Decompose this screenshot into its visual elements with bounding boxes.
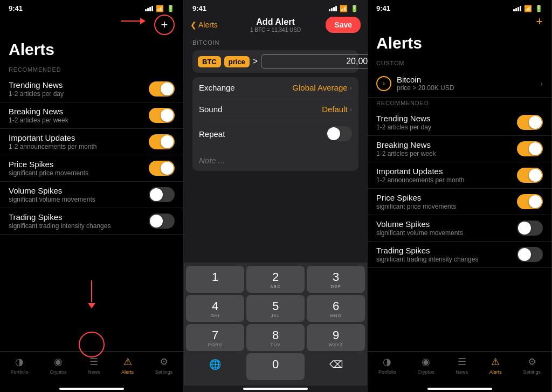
bitcoin-custom-desc: price > 20.00K USD: [397, 84, 454, 92]
key-6[interactable]: 6 MNO: [307, 295, 365, 322]
right-toggle-price-spikes[interactable]: [517, 194, 543, 209]
add-alert-button[interactable]: +: [154, 15, 175, 35]
wifi-icon: 📶: [156, 5, 164, 12]
key-4[interactable]: 4 GHI: [186, 295, 244, 322]
left-nav: +: [0, 15, 183, 37]
sound-chevron-icon: ›: [350, 105, 352, 113]
left-alert-list: Trending News 1-2 articles per day Break…: [0, 76, 183, 351]
right-toggle-trading-spikes[interactable]: [517, 247, 543, 262]
mid-status-bar: 9:41 📶 🔋: [184, 0, 367, 15]
list-item: Trending News 1-2 articles per day: [368, 109, 551, 136]
bitcoin-condition-icon: ›: [376, 76, 391, 91]
right-toggle-volume-spikes[interactable]: [517, 221, 543, 236]
list-item: Important Updates 1-2 announcements per …: [368, 162, 551, 189]
toggle-important-updates[interactable]: [149, 134, 175, 149]
tab-settings[interactable]: ⚙ Settings: [155, 356, 173, 375]
mid-battery-icon: 🔋: [350, 5, 358, 12]
add-alert-subtitle: 1 BTC = 11,341 USD: [250, 27, 301, 33]
repeat-toggle[interactable]: [326, 126, 352, 141]
signal-bar-4: [151, 6, 153, 11]
right-battery-icon: 🔋: [535, 5, 543, 12]
note-input[interactable]: [199, 156, 352, 165]
key-3[interactable]: 3 DEF: [307, 266, 365, 293]
left-time: 9:41: [9, 4, 23, 12]
mid-nav: ❮ Alerts Add Alert 1 BTC = 11,341 USD Sa…: [184, 15, 367, 36]
custom-bitcoin-item[interactable]: › Bitcoin price > 20.00K USD ›: [368, 70, 551, 98]
signal-bars: [145, 6, 153, 11]
exchange-label: Exchange: [199, 83, 235, 92]
news-icon: ☰: [89, 356, 98, 368]
numeric-keyboard: 1 2 ABC 3 DEF 4 GHI 5 JKL 6 MN: [184, 263, 367, 386]
toggle-trending-news[interactable]: [149, 81, 175, 97]
exchange-chevron-icon: ›: [350, 84, 352, 92]
delete-icon: ⌫: [329, 360, 343, 369]
mid-signal-bars: [329, 6, 337, 11]
settings-icon: ⚙: [160, 356, 168, 368]
key-globe[interactable]: 🌐: [186, 353, 244, 380]
toggle-trading-spikes[interactable]: [149, 214, 175, 229]
bitcoin-form: BITCOIN BTC price > USD Exchange Global …: [184, 36, 367, 174]
bitcoin-custom-name: Bitcoin: [397, 75, 454, 84]
right-tab-portfolio[interactable]: ◑ Portfolio: [378, 356, 396, 375]
key-0[interactable]: 0: [246, 353, 305, 380]
back-button[interactable]: ❮ Alerts: [190, 20, 218, 29]
right-tab-settings[interactable]: ⚙ Settings: [523, 356, 541, 375]
tab-alerts[interactable]: ⚠ Alerts: [121, 356, 134, 375]
key-delete[interactable]: ⌫: [307, 353, 365, 380]
right-custom-section-label: CUSTOM: [368, 58, 551, 70]
down-arrow-indicator: [88, 280, 95, 308]
right-toggle-breaking-news[interactable]: [517, 141, 543, 156]
right-settings-icon: ⚙: [528, 356, 536, 368]
key-5[interactable]: 5 JKL: [246, 295, 305, 322]
right-tab-alerts-label: Alerts: [489, 369, 502, 375]
tab-alerts-label: Alerts: [121, 369, 134, 375]
arrow-head: [140, 18, 146, 24]
condition-value-input[interactable]: [261, 54, 376, 68]
right-toggle-important-updates[interactable]: [517, 168, 543, 183]
right-tab-news[interactable]: ☰ News: [456, 356, 468, 375]
signal-bar-3: [149, 7, 151, 11]
spacer: [184, 174, 367, 263]
repeat-row: Repeat: [199, 120, 352, 147]
middle-panel: 9:41 📶 🔋 ❮ Alerts Add Alert 1 BTC = 11,3…: [184, 0, 368, 392]
toggle-price-spikes[interactable]: [149, 161, 175, 176]
list-item: Trading Spikes significant trading inten…: [0, 208, 183, 235]
condition-row: BTC price > USD: [192, 50, 358, 73]
key-9[interactable]: 9 WXYZ: [307, 324, 365, 351]
right-tab-cryptos[interactable]: ◉ Cryptos: [418, 356, 434, 375]
right-tab-alerts[interactable]: ⚠ Alerts: [489, 356, 502, 375]
list-item: Important Updates 1-2 announcements per …: [0, 129, 183, 155]
right-wifi-icon: 📶: [524, 5, 532, 12]
tab-portfolio[interactable]: ◑ Portfolio: [11, 356, 29, 375]
toggle-breaking-news[interactable]: [149, 108, 175, 123]
sound-row[interactable]: Sound Default ›: [199, 99, 352, 120]
back-label: Alerts: [198, 20, 218, 29]
portfolio-icon: ◑: [15, 356, 24, 368]
down-arrow-line: [91, 280, 92, 302]
signal-bar-2: [147, 8, 149, 11]
right-alert-list: Trending News 1-2 articles per day Break…: [368, 109, 551, 351]
keyboard-row-1: 1 2 ABC 3 DEF: [186, 266, 365, 293]
arrow-indicator: [121, 18, 146, 24]
condition-operator: >: [253, 57, 258, 66]
right-toggle-trending-news[interactable]: [517, 115, 543, 130]
condition-tag-btc: BTC: [198, 56, 221, 67]
toggle-volume-spikes[interactable]: [149, 187, 175, 202]
key-7[interactable]: 7 PQRS: [186, 324, 244, 351]
right-tab-portfolio-label: Portfolio: [378, 369, 396, 375]
condition-tag-price: price: [224, 56, 250, 67]
alerts-tab-circle-highlight: [79, 332, 105, 357]
tab-cryptos[interactable]: ◉ Cryptos: [50, 356, 66, 375]
alerts-icon: ⚠: [123, 356, 132, 368]
mid-time: 9:41: [192, 4, 206, 12]
key-1[interactable]: 1: [186, 266, 244, 293]
right-home-indicator: [427, 388, 492, 390]
add-alert-title: Add Alert: [250, 17, 301, 27]
key-8[interactable]: 8 TUV: [246, 324, 305, 351]
save-button[interactable]: Save: [326, 17, 361, 33]
tab-news[interactable]: ☰ News: [88, 356, 100, 375]
key-2[interactable]: 2 ABC: [246, 266, 305, 293]
exchange-row[interactable]: Exchange Global Average ›: [199, 77, 352, 99]
right-add-button[interactable]: +: [536, 15, 543, 29]
right-portfolio-icon: ◑: [383, 356, 391, 368]
